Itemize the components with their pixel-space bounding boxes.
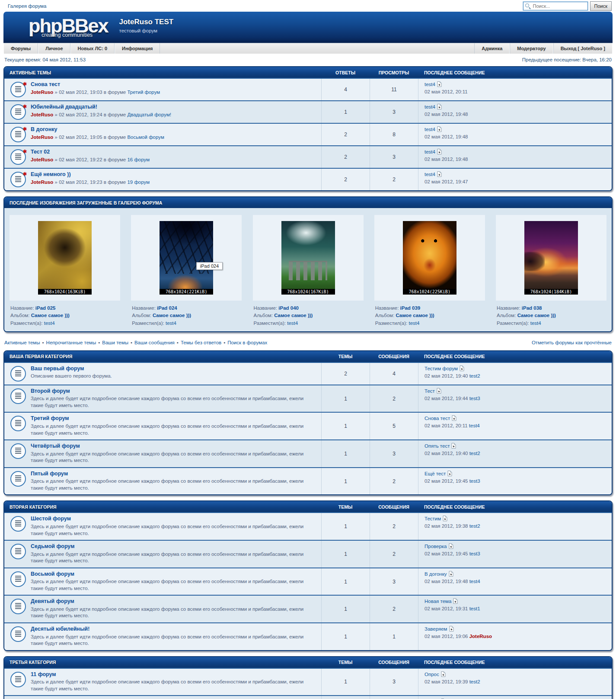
goto-last-post-icon[interactable]	[453, 598, 458, 605]
last-post-user-link[interactable]: test2	[469, 523, 480, 529]
image-name-link[interactable]: iPad 039	[400, 305, 421, 311]
last-post-user-link[interactable]: test2	[469, 373, 480, 378]
gallery-link[interactable]: Галерея форума	[8, 3, 46, 9]
image-poster-link[interactable]: test4	[409, 321, 419, 326]
image-album-link[interactable]: Самое самое )))	[274, 313, 313, 318]
image-poster-link[interactable]: test4	[530, 321, 541, 326]
image-poster-link[interactable]: test4	[287, 321, 298, 326]
image-poster-link[interactable]: test4	[44, 321, 55, 326]
search-button[interactable]: Поиск	[590, 1, 612, 11]
topic-title-link[interactable]: Снова тест	[31, 81, 160, 88]
nav-item-right-1[interactable]: Админка	[474, 43, 510, 54]
goto-last-post-icon[interactable]	[460, 366, 464, 372]
topic-author-link[interactable]: JoteRuso	[31, 112, 53, 117]
forum-title-link[interactable]: Пятый форум	[31, 471, 310, 478]
forum-title-link[interactable]: Третий форум	[31, 415, 310, 422]
last-post-topic-link[interactable]: Новая тема	[424, 599, 451, 604]
last-post-user-link[interactable]: test4	[469, 423, 480, 428]
goto-last-post-icon[interactable]	[437, 171, 442, 178]
topic-author-link[interactable]: JoteRuso	[31, 90, 53, 95]
image-name-link[interactable]: iPad 040	[278, 305, 299, 311]
forum-title-link[interactable]: Ваш первый форум	[31, 366, 112, 372]
last-post-topic-link[interactable]: Тест	[424, 388, 435, 394]
gallery-thumbnail[interactable]: iPad 024768x1024(221KiB)	[160, 221, 213, 295]
last-post-topic-link[interactable]: Тестим форум	[424, 366, 458, 371]
forum-title-link[interactable]: 11 форум	[31, 671, 310, 678]
gallery-thumbnail[interactable]: 768x1024(163KiB)	[38, 221, 92, 295]
last-post-user-link[interactable]: JoteRuso	[469, 634, 492, 639]
quick-link-5[interactable]: Темы без ответов	[181, 340, 221, 345]
mark-forums-read-link[interactable]: Отметить форумы как прочтённые	[532, 340, 612, 345]
goto-last-post-icon[interactable]	[437, 81, 442, 88]
forum-title-link[interactable]: Шестой форум	[31, 516, 310, 523]
gallery-thumbnail[interactable]: 768x1024(167KiB)	[281, 221, 335, 295]
quick-link-2[interactable]: Непрочитанные темы	[46, 340, 96, 345]
image-album-link[interactable]: Самое самое )))	[31, 313, 70, 318]
quick-link-3[interactable]: Ваши темы	[102, 340, 128, 345]
topic-author-link[interactable]: JoteRuso	[31, 180, 53, 185]
goto-last-post-icon[interactable]	[449, 626, 454, 632]
topic-forum-link[interactable]: 16 форум	[127, 157, 150, 162]
search-input[interactable]	[523, 2, 588, 10]
last-post-user-link[interactable]: test2	[469, 451, 480, 456]
forum-title-link[interactable]: Десятый юбилейный!	[31, 626, 310, 633]
topic-title-link[interactable]: В догонку	[31, 126, 164, 133]
image-name-link[interactable]: iPad 024	[157, 305, 177, 311]
last-post-user-link[interactable]: test3	[469, 396, 480, 401]
phpbbex-logo[interactable]: phpBBex creating communities	[29, 16, 108, 38]
nav-item-right-3[interactable]: Выход [ JoteRuso ]	[553, 43, 613, 54]
goto-last-post-icon[interactable]	[437, 388, 441, 394]
last-post-user-link[interactable]: test1	[469, 606, 480, 611]
forum-title-link[interactable]: Второй форум	[31, 388, 310, 395]
image-name-link[interactable]: iPad 038	[522, 305, 542, 311]
last-post-topic-link[interactable]: В догонку	[424, 571, 447, 577]
nav-item-4[interactable]: Информация	[115, 43, 160, 54]
goto-last-post-icon[interactable]	[443, 516, 447, 522]
goto-last-post-icon[interactable]	[437, 149, 442, 155]
last-post-topic-link[interactable]: Опять тест	[424, 443, 450, 449]
goto-last-post-icon[interactable]	[447, 471, 452, 477]
goto-last-post-icon[interactable]	[451, 443, 456, 449]
goto-last-post-icon[interactable]	[449, 543, 453, 550]
topic-title-link[interactable]: Юбилейный двадцатый!	[31, 104, 171, 111]
last-post-topic-link[interactable]: Заверяем	[424, 626, 447, 632]
nav-item-3[interactable]: Новых ЛС: 0	[70, 43, 115, 54]
last-post-user-link[interactable]: test3	[469, 551, 480, 556]
image-name-link[interactable]: iPad 025	[35, 305, 56, 311]
topic-author-link[interactable]: JoteRuso	[31, 135, 53, 140]
forum-title-link[interactable]: Четвёртый форум	[31, 443, 310, 450]
nav-item-right-2[interactable]: Модератору	[510, 43, 553, 54]
forum-title-link[interactable]: Седьмой форум	[31, 543, 310, 550]
forum-title-link[interactable]: Девятый форум	[31, 598, 310, 605]
last-post-user-link[interactable]: test4	[424, 82, 435, 87]
gallery-thumbnail[interactable]: 768x1024(225KiB)	[403, 221, 456, 295]
goto-last-post-icon[interactable]	[437, 104, 442, 110]
image-album-link[interactable]: Самое самое )))	[153, 313, 191, 318]
goto-last-post-icon[interactable]	[441, 671, 446, 678]
topic-author-link[interactable]: JoteRuso	[31, 157, 53, 162]
image-poster-link[interactable]: test4	[166, 321, 176, 326]
last-post-topic-link[interactable]: Проверка	[424, 544, 447, 549]
last-post-user-link[interactable]: test4	[424, 172, 435, 177]
last-post-user-link[interactable]: test4	[424, 127, 435, 132]
last-post-user-link[interactable]: test4	[424, 104, 435, 109]
last-post-topic-link[interactable]: Тестим	[424, 516, 441, 521]
last-post-user-link[interactable]: test2	[469, 679, 480, 684]
topic-forum-link[interactable]: Двадцатый форум!	[127, 112, 171, 117]
goto-last-post-icon[interactable]	[437, 126, 442, 133]
last-post-user-link[interactable]: test4	[469, 579, 480, 584]
image-album-link[interactable]: Самое самое )))	[517, 313, 556, 318]
quick-link-1[interactable]: Активные темы	[4, 340, 40, 345]
topic-forum-link[interactable]: Восьмой форум	[127, 135, 164, 140]
topic-forum-link[interactable]: 19 форум	[127, 180, 150, 185]
last-post-user-link[interactable]: test4	[424, 149, 435, 154]
last-post-topic-link[interactable]: Ещё тест	[424, 471, 446, 476]
nav-item-2[interactable]: Личное	[38, 43, 70, 54]
last-post-user-link[interactable]: test3	[469, 478, 480, 484]
quick-link-4[interactable]: Ваши сообщения	[134, 340, 175, 345]
image-album-link[interactable]: Самое самое )))	[396, 313, 434, 318]
goto-last-post-icon[interactable]	[452, 415, 456, 422]
last-post-topic-link[interactable]: Опрос	[424, 672, 439, 677]
forum-title-link[interactable]: Восьмой форум	[31, 571, 310, 578]
topic-forum-link[interactable]: Третий форум	[127, 90, 160, 95]
